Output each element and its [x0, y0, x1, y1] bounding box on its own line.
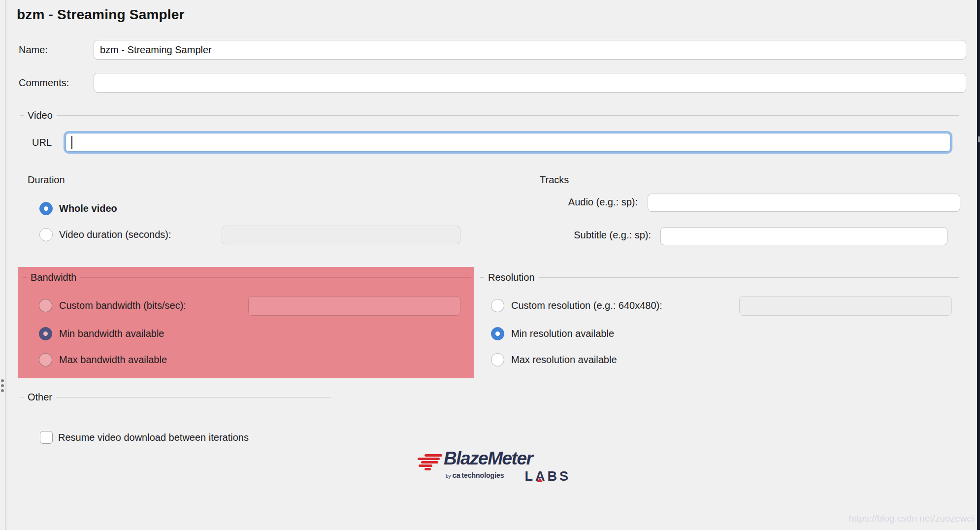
url-field-focus-ring — [64, 131, 952, 154]
page-title: bzm - Streaming Sampler — [17, 7, 185, 23]
min-bandwidth-label[interactable]: Min bandwidth available — [59, 327, 164, 340]
logo-labs-text: LABS — [524, 469, 571, 484]
resume-download-checkbox[interactable] — [40, 431, 53, 444]
whole-video-label[interactable]: Whole video — [59, 202, 117, 215]
audio-track-input[interactable] — [648, 194, 960, 212]
max-resolution-radio[interactable] — [491, 353, 504, 366]
audio-track-label: Audio (e.g.: sp): — [532, 196, 638, 209]
custom-bandwidth-radio[interactable] — [39, 299, 52, 312]
labs-triangle-icon — [537, 478, 543, 482]
resolution-group: Resolution Custom resolution (e.g.: 640x… — [480, 267, 959, 378]
bandwidth-group-title: Bandwidth — [30, 272, 77, 283]
url-label: URL — [32, 136, 52, 149]
custom-resolution-input[interactable] — [739, 296, 952, 316]
video-duration-label[interactable]: Video duration (seconds): — [59, 228, 171, 241]
logo-brand-text: BlazeMeter — [444, 448, 532, 469]
max-bandwidth-label[interactable]: Max bandwidth available — [59, 353, 167, 366]
duration-group-title: Duration — [27, 174, 66, 186]
video-duration-input[interactable] — [222, 226, 460, 244]
bandwidth-group-highlighted: Bandwidth Custom bandwidth (bits/sec): M… — [18, 267, 474, 378]
subtitle-track-input[interactable] — [660, 227, 947, 245]
name-label: Name: — [19, 43, 48, 57]
max-resolution-label[interactable]: Max resolution available — [511, 353, 617, 366]
watermark-url: https://blog.csdn.net/zuozewei — [849, 513, 974, 524]
video-group-title: Video — [27, 110, 54, 121]
split-pane-divider — [5, 0, 6, 530]
custom-bandwidth-label[interactable]: Custom bandwidth (bits/sec): — [59, 299, 186, 312]
tracks-group-title: Tracks — [539, 174, 570, 186]
name-input[interactable] — [94, 40, 966, 60]
background-window-scrollbar — [978, 136, 980, 142]
duration-group: Duration Whole video Video duration (sec… — [20, 174, 519, 263]
background-window-edge — [977, 0, 980, 530]
resume-download-label[interactable]: Resume video download between iterations — [58, 431, 249, 444]
blazemeter-labs-logo: BlazeMeter bycatechnologies LABS — [416, 449, 571, 487]
video-duration-radio[interactable] — [39, 228, 53, 241]
other-group-title: Other — [27, 392, 53, 403]
min-resolution-radio[interactable] — [491, 327, 504, 340]
resolution-group-title: Resolution — [487, 272, 536, 283]
comments-input[interactable] — [94, 73, 966, 93]
min-bandwidth-radio[interactable] — [39, 327, 52, 340]
custom-bandwidth-input[interactable] — [248, 296, 460, 316]
streaming-sampler-panel: bzm - Streaming Sampler Name: Comments: … — [0, 0, 980, 530]
url-input[interactable] — [66, 133, 950, 151]
whole-video-radio[interactable] — [39, 202, 53, 215]
custom-resolution-radio[interactable] — [491, 299, 504, 312]
tracks-group: Tracks Audio (e.g.: sp): Subtitle (e.g.:… — [532, 174, 959, 263]
splitter-drag-handle[interactable] — [1, 379, 5, 396]
min-resolution-label[interactable]: Min resolution available — [511, 327, 614, 340]
custom-resolution-label[interactable]: Custom resolution (e.g.: 640x480): — [511, 299, 662, 312]
logo-byline: bycatechnologies — [446, 471, 504, 480]
max-bandwidth-radio[interactable] — [39, 353, 52, 366]
comments-label: Comments: — [19, 76, 69, 90]
subtitle-track-label: Subtitle (e.g.: sp): — [532, 229, 651, 242]
text-caret — [71, 136, 72, 149]
other-group: Other Resume video download between iter… — [20, 391, 331, 455]
